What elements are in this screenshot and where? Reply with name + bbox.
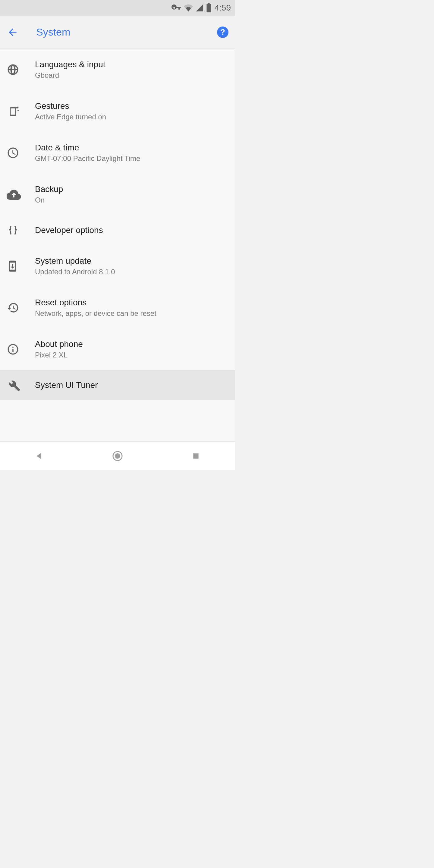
restore-icon [7,301,35,314]
row-subtitle: Updated to Android 8.1.0 [35,268,228,276]
globe-icon [7,63,35,76]
row-title: Date & time [35,143,228,153]
row-developer-options[interactable]: Developer options [0,215,235,245]
row-title: System UI Tuner [35,380,228,390]
row-about-phone[interactable]: About phone Pixel 2 XL [0,329,235,370]
braces-icon [7,224,35,237]
row-date-time[interactable]: Date & time GMT-07:00 Pacific Daylight T… [0,132,235,174]
row-system-ui-tuner[interactable]: System UI Tuner [0,370,235,400]
navigation-bar [0,441,235,470]
row-subtitle: Gboard [35,71,228,80]
nav-recent-button[interactable] [187,447,205,465]
cell-signal-icon [195,4,204,12]
app-bar: System ? [0,16,235,49]
svg-point-1 [115,453,120,459]
nav-back-button[interactable] [30,447,48,465]
clock-icon [7,147,35,159]
row-title: Languages & input [35,60,228,69]
row-subtitle: Active Edge turned on [35,113,228,121]
row-title: Developer options [35,225,228,235]
back-button[interactable] [7,27,19,38]
help-button[interactable]: ? [217,27,228,38]
clock-text: 4:59 [214,3,231,13]
row-title: Backup [35,184,228,194]
row-subtitle: GMT-07:00 Pacific Daylight Time [35,154,228,163]
row-reset-options[interactable]: Reset options Network, apps, or device c… [0,287,235,329]
page-title: System [19,26,217,38]
status-bar: 4:59 [0,0,235,16]
row-title: System update [35,256,228,266]
svg-rect-2 [193,453,198,458]
system-update-icon [7,260,35,272]
settings-list: Languages & input Gboard Gestures Active… [0,49,235,441]
vpn-key-icon [171,3,181,13]
battery-icon [206,3,212,12]
row-subtitle: Pixel 2 XL [35,351,228,359]
row-title: Reset options [35,298,228,307]
info-icon [7,343,35,355]
row-subtitle: On [35,196,228,204]
cloud-upload-icon [7,187,35,202]
gestures-icon [7,104,35,118]
blank-space [0,400,235,441]
row-system-update[interactable]: System update Updated to Android 8.1.0 [0,245,235,287]
wrench-icon [7,378,35,392]
row-gestures[interactable]: Gestures Active Edge turned on [0,90,235,132]
row-title: About phone [35,339,228,349]
row-subtitle: Network, apps, or device can be reset [35,309,228,318]
row-languages-input[interactable]: Languages & input Gboard [0,49,235,90]
row-title: Gestures [35,101,228,111]
row-backup[interactable]: Backup On [0,174,235,215]
nav-home-button[interactable] [108,447,127,465]
wifi-icon [184,3,193,12]
